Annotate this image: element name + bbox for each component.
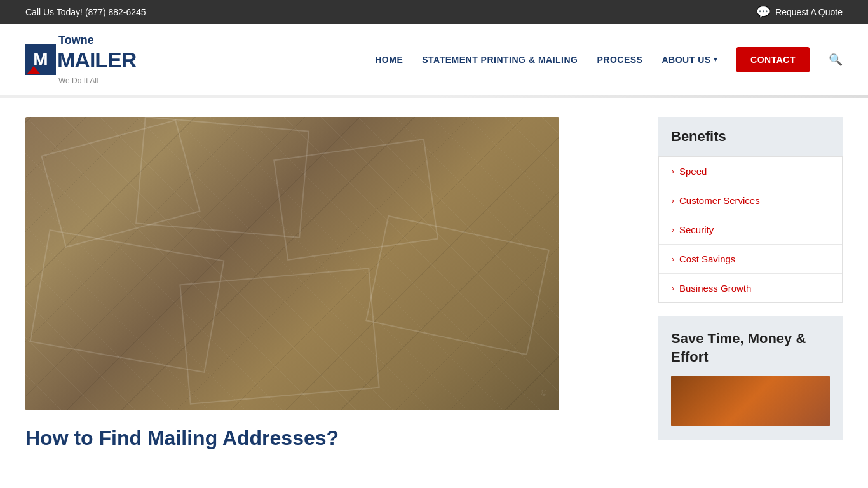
nav-process[interactable]: PROCESS (597, 55, 643, 65)
benefit-security-label: Security (679, 224, 714, 235)
main-nav: HOME STATEMENT PRINTING & MAILING PROCES… (375, 47, 843, 72)
article-hero-image: © (25, 117, 559, 410)
sidebar-bottom-image (671, 376, 830, 426)
site-header: Towne M MAILER We Do It All HOME STATEME… (0, 24, 868, 95)
chevron-right-icon-cost: › (672, 255, 674, 264)
benefit-customer-label: Customer Services (679, 195, 760, 206)
benefit-item-speed[interactable]: › Speed (659, 157, 842, 186)
request-quote-link[interactable]: 💬 Request A Quote (756, 5, 843, 19)
chat-icon: 💬 (756, 5, 770, 19)
nav-about-us[interactable]: ABOUT US ▾ (661, 55, 717, 65)
chevron-down-icon: ▾ (714, 55, 718, 64)
main-content: © How to Find Mailing Addresses? Benefit… (0, 98, 868, 469)
nav-home[interactable]: HOME (375, 55, 403, 65)
chevron-right-icon-business: › (672, 284, 674, 293)
right-sidebar: Benefits › Speed › Customer Services › S… (658, 117, 843, 450)
benefit-item-customer-services[interactable]: › Customer Services (659, 186, 842, 215)
logo-main: M MAILER (25, 44, 136, 75)
benefit-item-business-growth[interactable]: › Business Growth (659, 274, 842, 302)
envelope-shape-5 (179, 268, 379, 404)
logo-mailer-text: MAILER (57, 48, 136, 72)
benefit-item-security[interactable]: › Security (659, 215, 842, 245)
nav-contact[interactable]: CONTACT (736, 47, 810, 72)
save-time-box: Save Time, Money & Effort (658, 316, 843, 440)
article-content: © How to Find Mailing Addresses? (25, 117, 639, 450)
benefit-cost-label: Cost Savings (679, 254, 735, 264)
logo-m-box: M (25, 44, 56, 75)
benefits-title: Benefits (671, 128, 830, 145)
benefits-header: Benefits (658, 117, 843, 156)
chevron-right-icon-customer: › (672, 196, 674, 205)
quote-label: Request A Quote (775, 7, 843, 17)
nav-about-us-label: ABOUT US (661, 55, 710, 65)
chevron-right-icon-speed: › (672, 167, 674, 176)
logo-tagline: We Do It All (58, 76, 98, 85)
logo: Towne M MAILER We Do It All (25, 34, 136, 85)
benefits-list: › Speed › Customer Services › Security ›… (658, 156, 843, 303)
benefit-business-label: Business Growth (679, 283, 751, 294)
top-bar: Call Us Today! (877) 882-6245 💬 Request … (0, 0, 868, 24)
benefit-speed-label: Speed (679, 166, 707, 177)
chevron-right-icon-security: › (672, 226, 674, 234)
search-icon[interactable]: 🔍 (829, 53, 843, 67)
image-watermark: © (541, 389, 546, 398)
nav-statement-printing[interactable]: STATEMENT PRINTING & MAILING (422, 55, 578, 65)
phone-label: Call Us Today! (877) 882-6245 (25, 7, 146, 17)
save-time-title: Save Time, Money & Effort (671, 330, 830, 366)
article-title: How to Find Mailing Addresses? (25, 426, 639, 450)
benefit-item-cost-savings[interactable]: › Cost Savings (659, 245, 842, 274)
